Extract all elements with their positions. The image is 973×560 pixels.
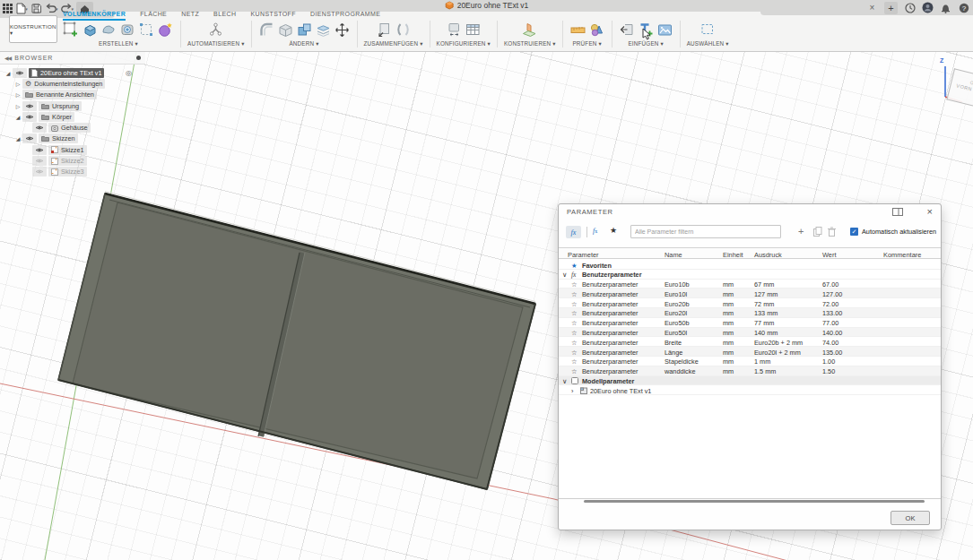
sweep-icon[interactable] — [100, 22, 117, 39]
cell-expression[interactable]: 140 mm — [754, 329, 778, 337]
cell-expression[interactable]: 127 mm — [754, 290, 778, 298]
construction-dropdown[interactable]: KONSTRUKTION ▾ — [9, 15, 57, 43]
tree-label-chip[interactable]: Körper — [39, 112, 74, 122]
collapse-icon[interactable]: ◢ — [13, 114, 22, 120]
cell-name[interactable]: Euro20b — [665, 300, 690, 308]
cell-expression[interactable]: 1.5 mm — [754, 367, 776, 375]
collapse-panel-icon[interactable]: ◀◀ — [4, 55, 11, 61]
group-label-erstellen[interactable]: ERSTELLEN ▾ — [99, 40, 138, 47]
row-param-länge[interactable]: ☆BenutzerparameterLängemmEuro20l + 2 mm1… — [559, 347, 941, 357]
measure-icon[interactable] — [569, 22, 586, 39]
collapse-caret-icon[interactable]: ∨ — [562, 271, 567, 279]
tree-label-chip[interactable]: Benannte Ansichten — [22, 90, 97, 99]
tree-label-chip[interactable]: Skizzen — [39, 134, 78, 143]
column-header-einheit[interactable]: Einheit — [723, 251, 743, 259]
visibility-eye-icon[interactable] — [13, 68, 27, 78]
favorites-filter-icon[interactable]: ★ — [610, 226, 617, 235]
cell-name[interactable]: Euro10l — [665, 290, 687, 298]
new-tab-icon[interactable]: + — [884, 1, 898, 14]
tree-label-chip[interactable]: ⚙Dokumenteinstellungen — [22, 79, 105, 89]
cell-name[interactable]: Euro50l — [665, 329, 687, 337]
save-icon[interactable] — [30, 2, 42, 15]
extrude-icon[interactable] — [82, 22, 99, 39]
dialog-titlebar[interactable]: PARAMETER × — [559, 204, 941, 220]
group-label-einfügen[interactable]: EINFÜGEN ▾ — [628, 40, 663, 47]
parameter-filter-input[interactable] — [630, 225, 781, 238]
tree-item-skizze3[interactable]: Skizze3 — [0, 167, 145, 177]
dialog-close-icon[interactable]: × — [927, 206, 933, 217]
cell-expression[interactable]: Euro20l + 2 mm — [754, 349, 801, 357]
tab-kunststoff[interactable]: KUNSTSTOFF — [250, 11, 296, 21]
row-param-euro50l[interactable]: ☆BenutzerparameterEuro50lmm140 mm140.00 — [559, 328, 941, 338]
tree-item-skizze2[interactable]: Skizze2 — [0, 155, 145, 166]
close-tab-icon[interactable]: × — [866, 1, 878, 14]
tree-item-skizzen[interactable]: ◢ Skizzen — [0, 134, 145, 144]
form-icon[interactable] — [157, 22, 174, 39]
row-param-wanddicke[interactable]: ☆Benutzerparameterwanddickemm1.5 mm1.50 — [559, 366, 941, 376]
joint-icon[interactable] — [376, 22, 393, 39]
group-label-automatisieren[interactable]: AUTOMATISIEREN ▾ — [187, 40, 245, 47]
group-label-zusammenfügen[interactable]: ZUSAMMENFÜGEN ▾ — [364, 40, 423, 47]
app-grid-icon[interactable] — [2, 2, 13, 15]
tree-item-ursprung[interactable]: ▷ Ursprung — [0, 100, 145, 111]
cell-name[interactable]: Euro10b — [665, 280, 690, 289]
help-icon[interactable]: ? — [958, 1, 969, 14]
automate-icon[interactable] — [207, 22, 224, 39]
visibility-eye-icon[interactable] — [32, 123, 47, 133]
tree-label-chip[interactable]: Skizze1 — [48, 145, 87, 155]
cell-expression[interactable]: 67 mm — [754, 280, 774, 289]
job-status-icon[interactable] — [904, 1, 916, 14]
tab-fläche[interactable]: FLÄCHE — [140, 11, 167, 21]
row-group-benutzerparameter[interactable]: ∨fxBenutzerparameter — [559, 270, 941, 280]
group-label-konfigurieren[interactable]: KONFIGURIEREN ▾ — [437, 40, 491, 47]
visibility-eye-icon[interactable] — [22, 134, 37, 143]
cell-expression[interactable]: 72 mm — [754, 300, 774, 308]
favorite-toggle-icon[interactable]: ☆ — [571, 367, 578, 375]
group-label-prüfen[interactable]: PRÜFEN ▾ — [572, 40, 601, 47]
favorite-toggle-icon[interactable]: ☆ — [571, 300, 578, 308]
row-favorites[interactable]: ★Favoriten — [559, 260, 941, 270]
cell-name[interactable]: wanddicke — [665, 367, 695, 375]
add-parameter-icon[interactable]: + — [798, 226, 804, 237]
fillet-icon[interactable] — [258, 22, 275, 39]
presspull-icon[interactable] — [315, 22, 332, 39]
frame-icon[interactable] — [138, 22, 155, 39]
insert-image-icon[interactable] — [656, 22, 673, 39]
column-header-name[interactable]: Name — [665, 251, 682, 259]
cell-expression[interactable]: 133 mm — [754, 309, 778, 317]
auto-update-checkbox[interactable]: ✓ — [850, 228, 858, 236]
group-label-ändern[interactable]: ÄNDERN ▾ — [289, 40, 318, 47]
row-group-modellparameter[interactable]: ∨Modellparameter — [559, 376, 941, 386]
grip-icon[interactable] — [395, 22, 412, 39]
inspect-icon[interactable] — [588, 22, 605, 39]
select-icon[interactable] — [699, 22, 717, 39]
tree-label-chip[interactable]: Skizze3 — [48, 167, 87, 177]
group-label-konstruieren[interactable]: KONSTRUIEREN ▾ — [504, 40, 556, 47]
cell-expression[interactable]: 77 mm — [754, 319, 774, 327]
configure-icon[interactable] — [446, 22, 463, 39]
tree-item-dokumenteinstellungen[interactable]: ▷⚙Dokumenteinstellungen — [0, 78, 145, 89]
fx-filter-icon[interactable]: fx — [566, 226, 581, 238]
favorite-toggle-icon[interactable]: ☆ — [571, 319, 578, 327]
notifications-icon[interactable] — [940, 1, 951, 14]
tab-blech[interactable]: BLECH — [213, 11, 236, 21]
tree-item-20euro-ohne-text-v1[interactable]: ◢ 20Euro ohne TExt v1◎ — [0, 67, 145, 78]
cell-expression[interactable]: Euro20b + 2 mm — [754, 339, 803, 347]
favorite-toggle-icon[interactable]: ☆ — [571, 349, 578, 357]
column-header-ausdruck[interactable]: Ausdruck — [754, 251, 782, 259]
visibility-eye-icon[interactable] — [22, 112, 37, 122]
tree-label-chip[interactable]: Skizze2 — [48, 156, 87, 166]
cell-name[interactable]: Euro20l — [665, 309, 687, 317]
column-header-kommentare[interactable]: Kommentare — [883, 251, 921, 259]
revolve-icon[interactable] — [119, 22, 136, 39]
insert-derive-icon[interactable] — [619, 22, 636, 39]
cell-name[interactable]: Euro50b — [665, 319, 690, 327]
delete-parameter-icon[interactable] — [828, 227, 836, 237]
collapse-icon[interactable]: ◢ — [13, 135, 22, 142]
visibility-eye-icon[interactable] — [22, 101, 37, 111]
row-param-euro20b[interactable]: ☆BenutzerparameterEuro20bmm72 mm72.00 — [559, 298, 941, 308]
tab-netz[interactable]: NETZ — [181, 11, 199, 21]
config-table-icon[interactable] — [465, 22, 482, 39]
favorite-toggle-icon[interactable]: ☆ — [571, 280, 578, 289]
group-label-auswählen[interactable]: AUSWÄHLEN ▾ — [687, 40, 729, 47]
